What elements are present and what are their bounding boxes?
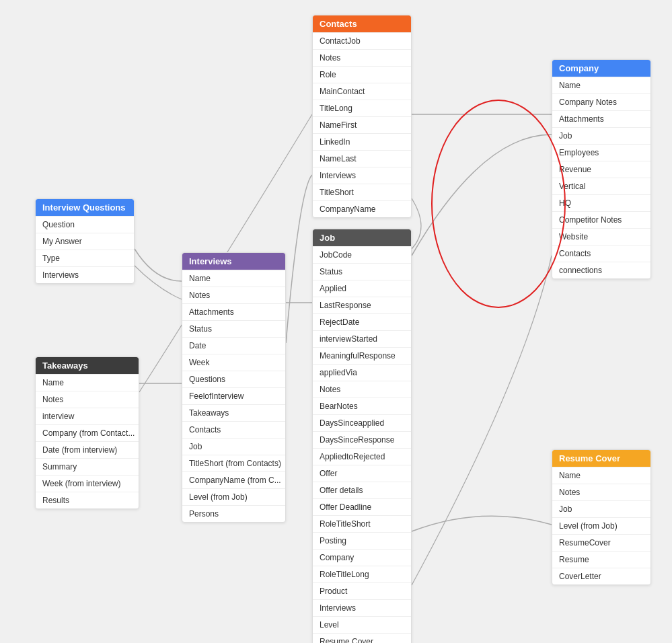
table-row: Attachments — [552, 110, 650, 127]
table-contacts: ContactsContactJobNotesRoleMainContactTi… — [312, 15, 412, 218]
table-row: CompanyName — [313, 200, 411, 217]
table-company: CompanyNameCompany NotesAttachmentsJobEm… — [552, 59, 651, 279]
table-row: TitleShort — [313, 184, 411, 200]
table-row: FeelofInterview — [182, 387, 285, 404]
table-row: Company — [313, 549, 411, 566]
table-row: Job — [182, 438, 285, 455]
table-row: Week — [182, 354, 285, 371]
table-header-contacts: Contacts — [313, 15, 411, 32]
table-row: Resume — [552, 551, 650, 568]
table-row: Job — [552, 500, 650, 517]
table-row: Notes — [182, 287, 285, 303]
table-row: Applied — [313, 280, 411, 297]
table-row: Offer — [313, 465, 411, 482]
table-row: Name — [552, 77, 650, 93]
table-interviewQuestions: Interview QuestionsQuestionMy AnswerType… — [35, 198, 135, 284]
table-resumeCover: Resume CoverNameNotesJobLevel (from Job)… — [552, 449, 651, 585]
table-row: DaysSinceapplied — [313, 414, 411, 431]
table-row: connections — [552, 262, 650, 278]
table-row: Notes — [313, 49, 411, 66]
table-header-interviews: Interviews — [182, 253, 285, 270]
canvas: ContactsContactJobNotesRoleMainContactTi… — [0, 0, 672, 643]
table-row: NameLast — [313, 150, 411, 167]
table-row: Posting — [313, 532, 411, 549]
table-row: Employees — [552, 144, 650, 161]
table-row: Name — [552, 467, 650, 484]
table-row: Takeaways — [182, 404, 285, 421]
table-row: Competitor Notes — [552, 211, 650, 228]
oval-annotation — [431, 100, 566, 308]
table-row: Company (from Contact... — [36, 424, 139, 441]
table-takeaways: TakeawaysNameNotesinterviewCompany (from… — [35, 356, 139, 509]
table-row: BearNotes — [313, 398, 411, 414]
table-row: Date (from interview) — [36, 441, 139, 458]
table-row: Status — [182, 320, 285, 337]
table-row: RejectDate — [313, 313, 411, 330]
table-row: Date — [182, 337, 285, 354]
table-row: Status — [313, 263, 411, 280]
table-row: Interviews — [313, 599, 411, 616]
table-row: DaysSinceResponse — [313, 431, 411, 448]
table-row: Attachments — [182, 303, 285, 320]
table-row: Website — [552, 228, 650, 245]
table-row: CompanyName (from C... — [182, 471, 285, 488]
table-row: Level (from Job) — [182, 488, 285, 505]
table-row: Notes — [36, 391, 139, 408]
table-row: TitleLong — [313, 100, 411, 116]
table-row: interviewStarted — [313, 330, 411, 347]
table-row: Offer details — [313, 482, 411, 498]
table-row: Level (from Job) — [552, 517, 650, 534]
table-row: appliedVia — [313, 364, 411, 381]
table-row: RoleTitleShort — [313, 515, 411, 532]
table-row: Name — [36, 374, 139, 391]
table-row: Job — [552, 127, 650, 144]
table-row: Type — [36, 250, 134, 266]
table-row: Persons — [182, 505, 285, 522]
table-row: Revenue — [552, 161, 650, 178]
table-row: LastResponse — [313, 297, 411, 313]
table-row: Question — [36, 216, 134, 233]
table-row: CoverLetter — [552, 568, 650, 584]
table-row: HQ — [552, 194, 650, 211]
table-row: Summary — [36, 458, 139, 475]
table-row: Company Notes — [552, 93, 650, 110]
table-header-interviewQuestions: Interview Questions — [36, 199, 134, 216]
table-row: AppliedtoRejected — [313, 448, 411, 465]
table-row: Notes — [313, 381, 411, 398]
table-row: Interviews — [36, 266, 134, 283]
table-row: Name — [182, 270, 285, 287]
table-header-job: Job — [313, 229, 411, 246]
table-row: ContactJob — [313, 32, 411, 49]
table-row: LinkedIn — [313, 133, 411, 150]
table-header-resumeCover: Resume Cover — [552, 450, 650, 467]
table-row: Contacts — [552, 245, 650, 262]
table-row: Vertical — [552, 178, 650, 194]
table-row: Interviews — [313, 167, 411, 184]
table-row: Questions — [182, 371, 285, 387]
table-header-takeaways: Takeaways — [36, 357, 139, 374]
table-row: Role — [313, 66, 411, 83]
table-row: ResumeCover — [552, 534, 650, 551]
table-interviews: InterviewsNameNotesAttachmentsStatusDate… — [182, 252, 286, 523]
table-row: Level — [313, 616, 411, 633]
table-header-company: Company — [552, 60, 650, 77]
table-job: JobJobCodeStatusAppliedLastResponseRejec… — [312, 229, 412, 643]
table-row: NameFirst — [313, 116, 411, 133]
table-row: RoleTitleLong — [313, 566, 411, 582]
table-row: Results — [36, 492, 139, 508]
table-row: Notes — [552, 484, 650, 500]
table-row: interview — [36, 408, 139, 424]
table-row: TitleShort (from Contacts) — [182, 455, 285, 471]
table-row: MainContact — [313, 83, 411, 100]
table-row: My Answer — [36, 233, 134, 250]
table-row: Resume Cover — [313, 633, 411, 643]
table-row: Offer Deadline — [313, 498, 411, 515]
table-row: Contacts — [182, 421, 285, 438]
table-row: Week (from interview) — [36, 475, 139, 492]
table-row: MeaningfulResponse — [313, 347, 411, 364]
table-row: Product — [313, 582, 411, 599]
table-row: JobCode — [313, 246, 411, 263]
